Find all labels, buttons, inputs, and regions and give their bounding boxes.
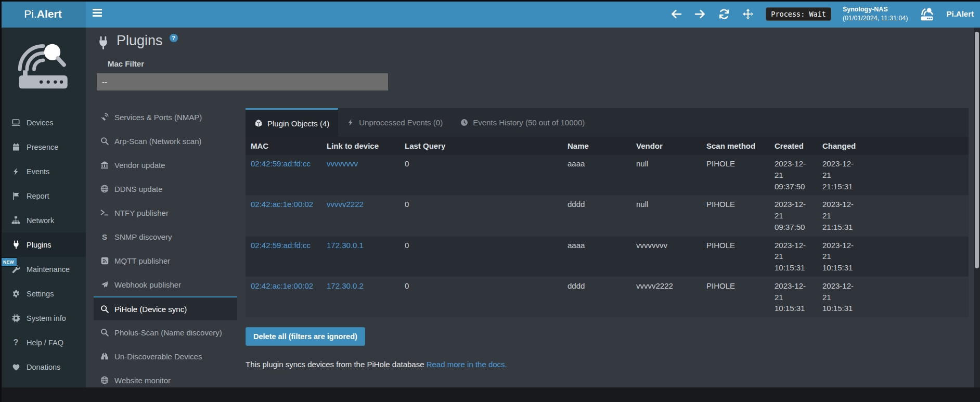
plugin-nav-item-webhook-publisher[interactable]: Webhook publisher [94, 273, 237, 296]
maximize-move-icon[interactable] [742, 8, 754, 20]
laptop-icon [11, 118, 21, 127]
col-link-to-device: Link to device [321, 137, 399, 155]
search-icon [100, 305, 109, 313]
tab-strip: Plugin Objects (4) Unprocessed Events (0… [246, 108, 969, 137]
name-cell: dddd [562, 277, 631, 317]
flag-icon [11, 192, 21, 200]
plugin-nav-item-pholus-scan[interactable]: Pholus-Scan (Name discovery) [94, 320, 237, 344]
nav-back-icon[interactable] [670, 8, 682, 20]
sidebar-item-system-info[interactable]: System info [0, 306, 86, 330]
nav-forward-icon[interactable] [694, 8, 706, 20]
col-name: Name [562, 137, 631, 155]
bolt-icon [347, 119, 354, 126]
plugin-nav-label: Website monitor [114, 376, 171, 385]
sidebar-item-label: Devices [27, 119, 54, 127]
sidebar-item-label: Help / FAQ [27, 339, 63, 347]
pialert-router-logo [12, 37, 74, 95]
name-cell: aaaa [562, 155, 631, 196]
sidebar-item-events[interactable]: Events [0, 159, 86, 184]
main-content: Plugins ? Mac Filter Services & Ports (N… [86, 28, 980, 387]
plugin-nav-item-arp-scan[interactable]: Arp-Scan (Network scan) [94, 129, 237, 153]
plugin-nav-label: Vendor update [114, 161, 165, 170]
mac-link[interactable]: 02:42:ac:1e:00:02 [251, 281, 313, 290]
app-name-right: Pi.Alert [946, 9, 974, 18]
mac-filter-input[interactable] [97, 73, 388, 90]
device-link[interactable]: vvvvvvvv [327, 159, 358, 168]
sidebar-item-settings[interactable]: Settings [0, 281, 86, 306]
plugin-nav-label: NTFY publisher [114, 209, 169, 217]
sidebar-item-network[interactable]: Network [0, 208, 86, 232]
bolt-icon [11, 167, 21, 176]
tab-plugin-objects[interactable]: Plugin Objects (4) [246, 108, 338, 137]
table-row: 02:42:59:ad:fd:cc vvvvvvvv 0 aaaa null P… [246, 155, 969, 196]
window-bottom-band [0, 387, 980, 402]
tab-label: Events History (50 out of 10000) [473, 118, 585, 127]
gear-icon [11, 290, 21, 298]
last-query-cell: 0 [399, 277, 562, 317]
tab-unprocessed-events[interactable]: Unprocessed Events (0) [338, 108, 452, 137]
plugin-nav-item-ddns-update[interactable]: DDNS update [94, 177, 237, 201]
scan-method-cell: PIHOLE [701, 196, 769, 236]
plugin-nav-label: Services & Ports (NMAP) [114, 113, 202, 122]
plugin-nav-item-snmp-discovery[interactable]: S SNMP discovery [94, 225, 237, 249]
sidebar-item-label: Maintenance [27, 265, 70, 274]
vertical-scrollbar[interactable] [974, 28, 980, 387]
scan-method-cell: PIHOLE [701, 155, 769, 196]
sidebar-item-label: Settings [27, 290, 54, 298]
tab-events-history[interactable]: Events History (50 out of 10000) [452, 108, 594, 137]
device-link[interactable]: 172.30.0.1 [327, 241, 364, 250]
delete-all-button[interactable]: Delete all (filters are ignored) [246, 327, 365, 346]
device-link[interactable]: vvvvv2222 [327, 200, 364, 209]
table-row: 02:42:ac:1e:00:02 172.30.0.2 0 dddd vvvv… [246, 277, 969, 317]
globe-icon [100, 376, 109, 384]
new-feature-badge: NEW [0, 257, 17, 267]
plugin-nav-item-services-ports[interactable]: Services & Ports (NMAP) [94, 105, 237, 129]
plugin-nav-item-website-monitor[interactable]: Website monitor [94, 368, 237, 387]
sidebar-item-presence[interactable]: Presence [0, 135, 86, 159]
plugin-objects-table: MAC Link to device Last Query Name Vendo… [246, 137, 969, 318]
refresh-icon[interactable] [718, 8, 730, 20]
read-docs-link[interactable]: Read more in the docs. [427, 360, 507, 369]
sidebar-toggle-button[interactable] [93, 9, 103, 18]
sidebar-item-label: Network [27, 216, 54, 225]
top-navbar: Pi.Alert Process: Wait Synology-NAS (01/… [0, 0, 980, 28]
sidebar-item-report[interactable]: Report [0, 184, 86, 208]
sidebar-item-help-faq[interactable]: ? Help / FAQ [0, 330, 86, 355]
sidebar-item-devices[interactable]: Devices [0, 110, 86, 135]
sidebar-item-plugins[interactable]: Plugins [0, 232, 86, 257]
plugin-nav-label: Webhook publisher [114, 280, 181, 289]
name-cell: dddd [562, 196, 631, 236]
tab-label: Plugin Objects (4) [267, 119, 329, 128]
send-icon [100, 281, 109, 289]
filler-cell [865, 236, 969, 277]
scrollbar-thumb[interactable] [975, 32, 979, 268]
sidebar-menu: Devices Presence Events Report Network [0, 110, 86, 379]
plugin-nav-item-undiscoverable-devices[interactable]: Un-Discoverable Devices [94, 344, 237, 368]
mac-link[interactable]: 02:42:59:ad:fd:cc [251, 159, 311, 168]
window-edge-top [0, 0, 980, 2]
plugin-nav-item-ntfy-publisher[interactable]: NTFY publisher [94, 201, 237, 225]
col-vendor: Vendor [631, 137, 701, 155]
plugin-detail-panel: Plugin Objects (4) Unprocessed Events (0… [246, 108, 969, 369]
col-changed: Changed [817, 137, 865, 155]
sidebar-item-donations[interactable]: Donations [0, 355, 86, 379]
created-cell: 2023-12-21 10:15:31 [769, 236, 817, 277]
changed-cell: 2023-12-21 21:15:31 [817, 196, 865, 236]
plugin-nav-label: MQTT publisher [114, 256, 170, 265]
help-badge[interactable]: ? [170, 34, 178, 42]
mac-link[interactable]: 02:42:59:ad:fd:cc [251, 241, 311, 250]
plugin-nav-item-vendor-update[interactable]: Vendor update [94, 153, 237, 177]
plugin-nav-item-pihole-device-sync[interactable]: PiHole (Device sync) [94, 296, 237, 320]
mac-link[interactable]: 02:42:ac:1e:00:02 [251, 200, 313, 209]
globe-icon [100, 185, 109, 193]
device-link[interactable]: 172.30.0.2 [327, 281, 364, 290]
host-name: Synology-NAS [843, 5, 908, 14]
page-title: Plugins ? [97, 33, 178, 50]
table-header-row: MAC Link to device Last Query Name Vendo… [246, 137, 969, 155]
scan-method-cell: PIHOLE [701, 277, 769, 317]
plug-icon [11, 240, 21, 249]
plugin-nav-item-mqtt-publisher[interactable]: MQTT publisher [94, 249, 237, 273]
heart-icon [11, 363, 21, 371]
app-logo[interactable]: Pi.Alert [0, 0, 86, 28]
sidebar-item-label: Presence [27, 143, 58, 151]
